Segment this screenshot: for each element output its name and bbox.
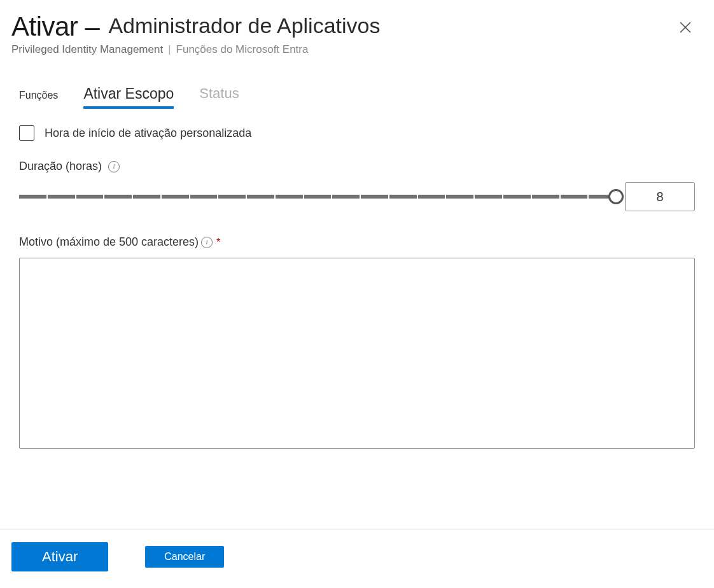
- duration-slider[interactable]: [19, 189, 616, 204]
- close-icon: [680, 22, 691, 33]
- slider-segment: [361, 195, 388, 199]
- slider-segment: [475, 195, 502, 199]
- reason-label-row: Motivo (máximo de 500 caracteres) i *: [19, 235, 695, 249]
- footer-bar: Ativar Cancelar: [0, 529, 714, 588]
- tab-roles[interactable]: Funções: [19, 90, 58, 109]
- slider-segment: [304, 195, 332, 199]
- slider-segment: [19, 195, 46, 199]
- breadcrumb-divider: |: [168, 43, 171, 56]
- custom-start-checkbox[interactable]: [19, 125, 34, 141]
- title-role: Administrador de Aplicativos: [108, 13, 380, 38]
- duration-label-row: Duração (horas) i: [19, 160, 695, 173]
- slider-thumb[interactable]: [608, 189, 624, 204]
- reason-label: Motivo (máximo de 500 caracteres): [19, 235, 199, 249]
- form-content: Hora de início de ativação personalizada…: [0, 109, 714, 451]
- slider-segment: [104, 195, 132, 199]
- slider-segment: [389, 195, 417, 199]
- slider-segment: [561, 195, 588, 199]
- slider-segment: [418, 195, 445, 199]
- slider-segment: [133, 195, 160, 199]
- slider-segment: [162, 195, 189, 199]
- tab-bar: Funções Ativar Escopo Status: [0, 62, 714, 109]
- tab-activate-scope[interactable]: Ativar Escopo: [83, 85, 174, 109]
- title-prefix: Ativar –: [11, 11, 99, 42]
- slider-segment: [76, 195, 104, 199]
- slider-segment: [446, 195, 473, 199]
- required-indicator: *: [216, 237, 220, 248]
- duration-label: Duração (horas): [19, 160, 102, 173]
- slider-segment: [48, 195, 75, 199]
- slider-segment: [276, 195, 303, 199]
- slider-segment: [503, 195, 531, 199]
- custom-start-row: Hora de início de ativação personalizada: [19, 125, 695, 141]
- slider-segment: [218, 195, 246, 199]
- reason-textarea[interactable]: [19, 258, 695, 449]
- slider-segment: [247, 195, 274, 199]
- slider-track: [19, 195, 616, 199]
- breadcrumb: Privileged Identity Management | Funções…: [11, 43, 695, 56]
- slider-segment: [190, 195, 218, 199]
- cancel-button[interactable]: Cancelar: [145, 546, 224, 568]
- info-icon[interactable]: i: [201, 237, 213, 248]
- title-row: Ativar – Administrador de Aplicativos: [11, 11, 695, 42]
- duration-slider-row: [19, 182, 695, 211]
- breadcrumb-part-2: Funções do Microsoft Entra: [176, 43, 309, 56]
- panel-header: Ativar – Administrador de Aplicativos Pr…: [0, 0, 714, 62]
- breadcrumb-part-1: Privileged Identity Management: [11, 43, 163, 56]
- custom-start-label: Hora de início de ativação personalizada: [45, 127, 251, 140]
- activate-button[interactable]: Ativar: [11, 542, 108, 571]
- info-icon[interactable]: i: [108, 161, 120, 172]
- tab-status: Status: [199, 85, 239, 109]
- close-button[interactable]: [676, 18, 695, 37]
- slider-segment: [532, 195, 559, 199]
- slider-segment: [332, 195, 360, 199]
- duration-input[interactable]: [625, 182, 695, 211]
